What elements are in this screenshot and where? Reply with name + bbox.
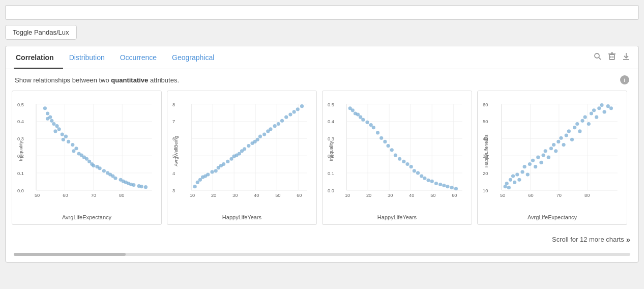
- svg-point-207: [507, 186, 511, 189]
- svg-point-212: [517, 178, 521, 182]
- download-icon[interactable]: [622, 52, 630, 63]
- svg-text:Inequality: Inequality: [18, 141, 23, 161]
- svg-point-168: [398, 157, 401, 161]
- svg-point-161: [372, 126, 375, 129]
- svg-point-126: [296, 107, 300, 111]
- svg-text:60: 60: [528, 193, 533, 198]
- svg-text:50: 50: [500, 193, 505, 198]
- svg-point-120: [273, 124, 277, 128]
- svg-point-240: [592, 108, 596, 112]
- tab-geographical[interactable]: Geographical: [170, 46, 223, 69]
- svg-point-237: [583, 115, 587, 119]
- svg-text:80: 80: [119, 193, 124, 198]
- svg-point-225: [552, 143, 555, 147]
- tab-distribution[interactable]: Distribution: [67, 46, 114, 69]
- svg-point-154: [351, 108, 355, 112]
- svg-point-95: [196, 181, 199, 184]
- svg-point-165: [386, 144, 390, 148]
- svg-point-224: [549, 147, 553, 150]
- svg-point-99: [206, 172, 210, 176]
- chart-1: 0.5 0.4 0.3 0.2 0.1 0.0 50 60 70 80 Ineq…: [12, 91, 162, 225]
- svg-point-166: [390, 148, 394, 152]
- svg-point-238: [587, 122, 591, 126]
- svg-text:50: 50: [430, 193, 435, 198]
- chart-1-x-label: AvrgLifeExpectancy: [16, 214, 157, 220]
- svg-point-121: [277, 122, 280, 126]
- chart-2: 8 7 6 5 4 3 10 20 30 40 50 60 AvrgWellBe…: [167, 91, 317, 225]
- svg-point-183: [454, 187, 458, 190]
- svg-text:7: 7: [172, 119, 175, 124]
- charts-area: 0.5 0.4 0.3 0.2 0.1 0.0 50 60 70 80 Ineq…: [6, 91, 638, 231]
- svg-point-206: [505, 182, 509, 185]
- svg-text:0.4: 0.4: [17, 119, 24, 124]
- svg-point-169: [402, 160, 405, 163]
- svg-point-122: [280, 119, 284, 123]
- main-panel: Correlation Distribution Occurrence Geog…: [5, 46, 639, 263]
- svg-point-65: [132, 183, 135, 187]
- svg-point-233: [573, 126, 576, 129]
- svg-point-228: [559, 136, 563, 140]
- svg-point-164: [383, 140, 387, 143]
- svg-text:10: 10: [190, 193, 195, 198]
- svg-point-242: [597, 106, 601, 110]
- svg-point-163: [379, 136, 383, 140]
- svg-point-178: [434, 182, 438, 185]
- svg-point-211: [515, 172, 519, 176]
- search-icon[interactable]: [594, 52, 602, 63]
- svg-point-111: [243, 147, 246, 151]
- scrollbar-area: [6, 250, 638, 262]
- svg-point-31: [46, 111, 49, 115]
- svg-text:4: 4: [172, 171, 175, 176]
- svg-text:80: 80: [584, 193, 590, 198]
- svg-text:70: 70: [91, 193, 96, 198]
- svg-point-223: [547, 156, 550, 159]
- chart-3-x-label: HappyLifeYears: [327, 214, 467, 220]
- code-input[interactable]: df: [5, 5, 639, 20]
- svg-text:40: 40: [254, 193, 259, 198]
- svg-text:3: 3: [172, 188, 175, 193]
- svg-point-44: [74, 147, 78, 150]
- delete-icon[interactable]: [608, 52, 616, 63]
- svg-point-244: [603, 110, 606, 113]
- svg-point-246: [609, 106, 613, 110]
- scroll-more-arrows[interactable]: »: [626, 235, 630, 244]
- svg-text:60: 60: [452, 193, 457, 198]
- scrollbar-thumb[interactable]: [14, 253, 126, 256]
- chart-2-svg: 8 7 6 5 4 3 10 20 30 40 50 60 AvrgWellBe…: [171, 95, 312, 212]
- svg-point-171: [409, 165, 413, 168]
- tab-correlation[interactable]: Correlation: [14, 46, 63, 69]
- svg-text:0.5: 0.5: [17, 102, 24, 107]
- svg-text:30: 30: [388, 193, 393, 198]
- svg-point-213: [520, 170, 524, 174]
- svg-point-52: [92, 164, 95, 167]
- svg-point-109: [238, 152, 241, 155]
- svg-point-37: [57, 127, 61, 131]
- svg-text:20: 20: [366, 193, 371, 198]
- svg-point-159: [365, 121, 369, 124]
- chart-1-svg: 0.5 0.4 0.3 0.2 0.1 0.0 50 60 70 80 Ineq…: [16, 95, 157, 212]
- svg-point-221: [541, 153, 545, 157]
- chart-4-x-label: AvrgLifeExpectancy: [482, 214, 623, 220]
- info-icon[interactable]: i: [620, 75, 629, 84]
- svg-point-245: [606, 104, 610, 108]
- svg-point-176: [426, 179, 430, 182]
- scrollbar-track[interactable]: [14, 253, 630, 256]
- svg-point-106: [229, 157, 233, 161]
- svg-point-174: [420, 175, 423, 178]
- svg-point-30: [43, 106, 47, 110]
- svg-point-182: [450, 186, 454, 189]
- svg-point-116: [258, 135, 262, 138]
- toggle-pandas-lux-button[interactable]: Toggle Pandas/Lux: [5, 25, 77, 40]
- svg-point-115: [256, 138, 259, 141]
- svg-rect-2: [609, 54, 614, 60]
- tab-occurrence[interactable]: Occurrence: [118, 46, 166, 69]
- svg-point-112: [247, 144, 250, 148]
- svg-point-177: [430, 180, 434, 183]
- svg-point-35: [52, 122, 55, 126]
- svg-text:0.1: 0.1: [328, 171, 334, 176]
- svg-point-210: [513, 181, 516, 184]
- svg-point-222: [544, 149, 547, 153]
- svg-point-173: [416, 171, 420, 175]
- svg-text:HappyLifeYears: HappyLifeYears: [484, 134, 489, 167]
- svg-text:30: 30: [232, 193, 238, 198]
